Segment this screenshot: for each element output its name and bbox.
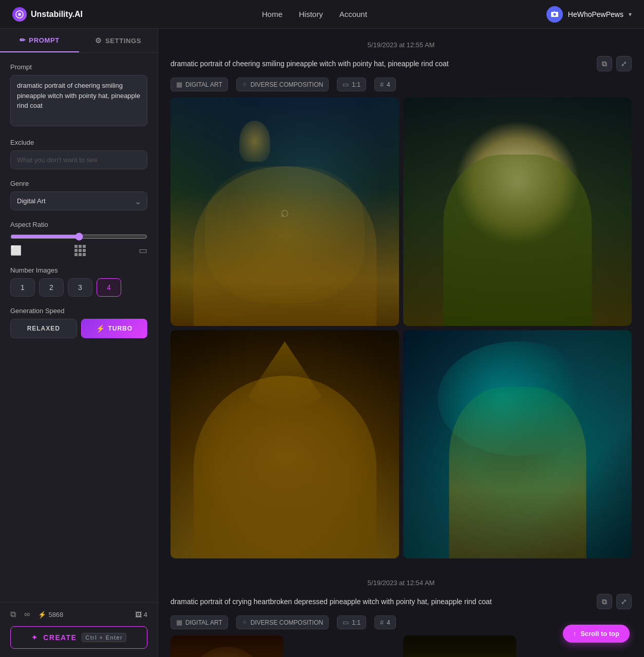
- aspect-ratio-label: Aspect Ratio: [10, 221, 147, 228]
- speed-turbo-btn[interactable]: ⚡ TURBO: [81, 319, 148, 338]
- main-layout: ✏ PROMPT ⚙ SETTINGS Prompt Exclude Genre: [0, 29, 644, 657]
- prompt-tab-icon: ✏: [20, 36, 26, 44]
- footer-num-images: 🖼 4: [135, 611, 147, 619]
- gen1-img4-inner: [403, 330, 632, 558]
- generation-group-2: 5/19/2023 at 12:54 AM dramatic portrait …: [171, 579, 632, 657]
- gen1-img1-download[interactable]: ⬇: [378, 305, 395, 322]
- prompt-input[interactable]: [10, 75, 147, 126]
- scroll-to-top-btn[interactable]: ↑ Scroll to top: [563, 625, 630, 643]
- images-count: 4: [144, 611, 147, 619]
- gen2-comp-label: DIVERSE COMPOSITION: [251, 619, 323, 626]
- gen1-img1-search: ⌕: [280, 204, 289, 220]
- aspect-ratio-slider[interactable]: [10, 233, 147, 241]
- gen1-meta-row: ▦ DIGITAL ART ⁘ DIVERSE COMPOSITION ▭ 1:…: [171, 78, 632, 91]
- number-images-label: Number Images: [10, 266, 147, 274]
- infinity-icon-btn[interactable]: ∞: [24, 610, 30, 619]
- aspect-grid-icon[interactable]: [74, 245, 86, 256]
- gen1-tag-ratio: ▭ 1:1: [337, 78, 366, 91]
- user-area: HeWhoPewPews ▾: [546, 6, 632, 23]
- scroll-to-top-label: Scroll to top: [580, 630, 619, 637]
- main-content: 5/19/2023 at 12:55 AM dramatic portrait …: [158, 29, 644, 657]
- num-btn-1[interactable]: 1: [10, 278, 35, 297]
- gen1-image-2[interactable]: ⬇: [403, 98, 632, 326]
- settings-tab-icon: ⚙: [95, 36, 102, 45]
- genre-label: Genre: [10, 180, 147, 187]
- generation-group-1: 5/19/2023 at 12:55 AM dramatic portrait …: [171, 41, 632, 558]
- logo-text: Unstability.AI: [31, 10, 83, 19]
- prompt-label: Prompt: [10, 63, 147, 71]
- tab-settings[interactable]: ⚙ SETTINGS: [79, 29, 158, 52]
- gen2-copy-btn[interactable]: ⧉: [597, 594, 612, 609]
- header: Unstability.AI Home History Account HeWh…: [0, 0, 644, 29]
- user-menu-chevron[interactable]: ▾: [629, 11, 632, 18]
- main-nav: Home History Account: [262, 10, 367, 18]
- nav-history[interactable]: History: [299, 10, 323, 18]
- num-btn-2[interactable]: 2: [39, 278, 64, 297]
- speed-buttons: RELAXED ⚡ TURBO: [10, 319, 147, 338]
- nav-home[interactable]: Home: [262, 10, 282, 18]
- copy-icon-btn[interactable]: ⧉: [10, 610, 16, 619]
- genre-tag-label: DIGITAL ART: [185, 81, 222, 88]
- relaxed-label: RELAXED: [27, 325, 60, 332]
- create-button[interactable]: ✦ CREATE Ctrl + Enter: [10, 626, 147, 649]
- gen1-prompt-text: dramatic portrait of cheering smiling pi…: [171, 60, 593, 68]
- gen2-img1-inner: [171, 635, 283, 657]
- logo[interactable]: Unstability.AI: [12, 7, 83, 22]
- gen1-tag-count: # 4: [374, 78, 396, 91]
- images-icon: 🖼: [135, 611, 142, 619]
- logo-icon: [12, 7, 27, 22]
- genre-tag-icon: ▦: [176, 81, 182, 88]
- lightning-icon: ⚡: [96, 324, 105, 333]
- number-images-section: Number Images 1 2 3 4: [10, 266, 147, 297]
- speed-relaxed-btn[interactable]: RELAXED: [10, 319, 77, 338]
- gen2-image-1[interactable]: ⬇: [171, 635, 283, 657]
- gen1-image-3[interactable]: ⬇: [171, 330, 399, 558]
- sidebar-tabs: ✏ PROMPT ⚙ SETTINGS: [0, 29, 158, 53]
- gen2-count-icon: #: [380, 619, 384, 626]
- exclude-label: Exclude: [10, 139, 147, 146]
- gen1-copy-btn[interactable]: ⧉: [597, 56, 612, 71]
- gen1-image-1[interactable]: ⬇ ⌕: [171, 98, 399, 326]
- num-btn-3[interactable]: 3: [68, 278, 92, 297]
- sidebar-form: Prompt Exclude Genre Digital Art Photogr…: [0, 53, 158, 602]
- gen2-image-2[interactable]: ⬇: [403, 635, 516, 657]
- gen2-genre-icon: ▦: [176, 619, 182, 626]
- footer-credits: ⚡ 5868: [38, 611, 63, 619]
- gen2-meta-row: ▦ DIGITAL ART ⁘ DIVERSE COMPOSITION ▭ 1:…: [171, 615, 632, 629]
- aspect-icons: ⬜ ▭: [10, 245, 147, 256]
- genre-select-wrapper: Digital Art Photography Painting Illustr…: [10, 191, 147, 210]
- gen2-comp-icon: ⁘: [242, 619, 248, 626]
- gen1-expand-btn[interactable]: ⤢: [616, 56, 632, 71]
- gen2-expand-btn[interactable]: ⤢: [616, 594, 632, 609]
- create-sparkle-icon: ✦: [31, 633, 38, 642]
- tab-prompt[interactable]: ✏ PROMPT: [0, 29, 79, 52]
- number-buttons: 1 2 3 4: [10, 278, 147, 297]
- genre-select[interactable]: Digital Art Photography Painting Illustr…: [10, 191, 147, 210]
- gen2-tag-composition: ⁘ DIVERSE COMPOSITION: [236, 615, 329, 629]
- sidebar-footer: ⧉ ∞ ⚡ 5868 🖼 4: [0, 602, 158, 626]
- nav-account[interactable]: Account: [339, 10, 367, 18]
- gen1-img2-download[interactable]: ⬇: [611, 305, 628, 322]
- count-tag-label: 4: [387, 81, 390, 88]
- num-btn-4[interactable]: 4: [97, 278, 121, 297]
- comp-tag-label: DIVERSE COMPOSITION: [251, 81, 323, 88]
- gen2-img2-inner: [403, 635, 516, 657]
- exclude-input[interactable]: [10, 150, 147, 169]
- gen1-img3-download[interactable]: ⬇: [378, 538, 395, 554]
- gen1-img4-download[interactable]: ⬇: [611, 538, 628, 554]
- generation-speed-label: Generation Speed: [10, 307, 147, 315]
- gen1-timestamp: 5/19/2023 at 12:55 AM: [171, 41, 632, 49]
- gen1-image-grid: ⬇ ⌕ ⬇: [171, 98, 632, 558]
- gen2-tag-count: # 4: [374, 615, 396, 629]
- gen1-img3-inner: [171, 330, 399, 558]
- gen1-prompt-row: dramatic portrait of cheering smiling pi…: [171, 56, 632, 71]
- aspect-ratio-section: Aspect Ratio ⬜ ▭: [10, 221, 147, 256]
- tab-prompt-label: PROMPT: [29, 36, 60, 44]
- gen2-tag-genre: ▦ DIGITAL ART: [171, 615, 228, 629]
- gen2-count-label: 4: [387, 619, 390, 626]
- count-tag-icon: #: [380, 81, 384, 88]
- scroll-up-icon: ↑: [573, 630, 577, 637]
- aspect-portrait-icon[interactable]: ▭: [139, 245, 147, 256]
- gen1-image-4[interactable]: ⬇: [403, 330, 632, 558]
- aspect-landscape-icon[interactable]: ⬜: [10, 245, 22, 256]
